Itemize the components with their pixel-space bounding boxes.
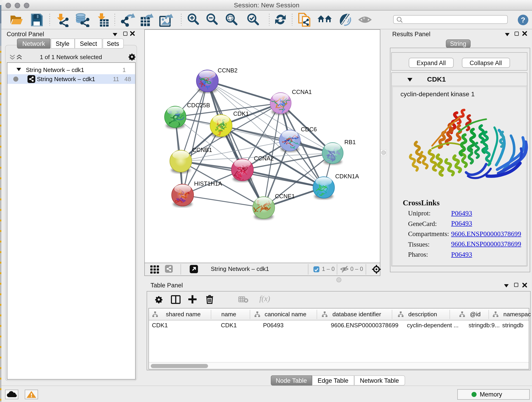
svg-text:CDK1: CDK1 — [233, 110, 249, 117]
svg-text:CDKN1A: CDKN1A — [335, 173, 359, 179]
svg-text:CDC25B: CDC25B — [187, 102, 210, 108]
svg-text:CCNE1: CCNE1 — [275, 193, 295, 199]
svg-text:CCNA1: CCNA1 — [292, 89, 312, 95]
svg-text:CCNA2: CCNA2 — [254, 155, 273, 161]
svg-text:HIST1H1A: HIST1H1A — [194, 180, 222, 186]
svg-text:CDC6: CDC6 — [301, 126, 317, 132]
svg-text:CCNB2: CCNB2 — [217, 67, 237, 73]
svg-text:CCNB1: CCNB1 — [192, 147, 212, 153]
svg-text:RB1: RB1 — [344, 139, 355, 145]
